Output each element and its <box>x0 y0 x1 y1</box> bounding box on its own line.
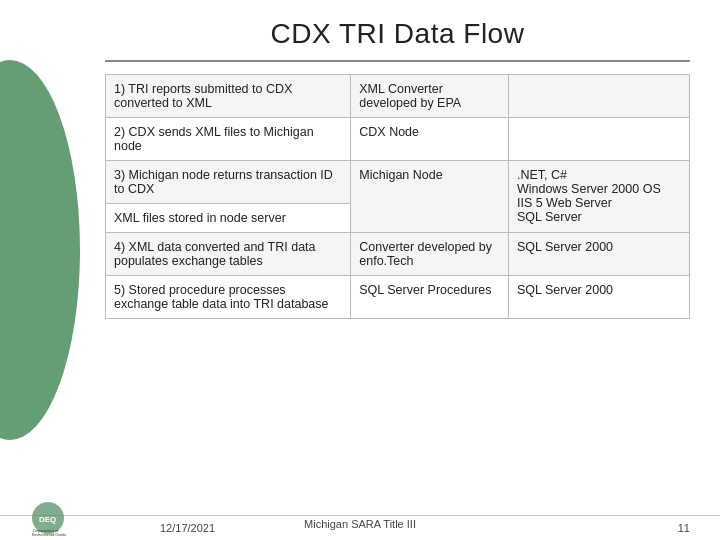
footer-page-number: 11 <box>678 522 690 534</box>
table-cell-col1: XML files stored in node server <box>106 204 351 233</box>
footer-bar: DEQ Department of Environmental Quality … <box>0 515 720 540</box>
table-cell-col3: SQL Server 2000 <box>508 233 689 276</box>
page-title: CDX TRI Data Flow <box>105 18 690 50</box>
table-row: 5) Stored procedure processes exchange t… <box>106 276 690 319</box>
svg-text:DEQ: DEQ <box>39 515 56 524</box>
footer-center-text: Michigan SARA Title III <box>304 518 416 530</box>
table-cell-col1: 3) Michigan node returns transaction ID … <box>106 161 351 204</box>
svg-text:Environmental Quality: Environmental Quality <box>32 533 66 536</box>
table-cell-col2: Michigan Node <box>351 161 509 233</box>
table-cell-col2: Converter developed by enfo.Tech <box>351 233 509 276</box>
table-cell-col3 <box>508 118 689 161</box>
table-cell-col2: SQL Server Procedures <box>351 276 509 319</box>
table-cell-col2: CDX Node <box>351 118 509 161</box>
table-row: 3) Michigan node returns transaction ID … <box>106 161 690 204</box>
table-cell-col1: 5) Stored procedure processes exchange t… <box>106 276 351 319</box>
title-divider <box>105 60 690 62</box>
table-cell-col3 <box>508 75 689 118</box>
table-cell-col2: XML Converter developed by EPA <box>351 75 509 118</box>
footer-date: 12/17/2021 <box>160 522 215 534</box>
table-row: 4) XML data converted and TRI data popul… <box>106 233 690 276</box>
deq-logo: DEQ Department of Environmental Quality <box>30 500 80 536</box>
table-cell-col1: 2) CDX sends XML files to Michigan node <box>106 118 351 161</box>
table-cell-col1: 4) XML data converted and TRI data popul… <box>106 233 351 276</box>
table-cell-col3: SQL Server 2000 <box>508 276 689 319</box>
table-row: 2) CDX sends XML files to Michigan nodeC… <box>106 118 690 161</box>
main-content: CDX TRI Data Flow 1) TRI reports submitt… <box>0 0 720 329</box>
table-row: 1) TRI reports submitted to CDX converte… <box>106 75 690 118</box>
table-cell-col3: .NET, C# Windows Server 2000 OS IIS 5 We… <box>508 161 689 233</box>
table-cell-col1: 1) TRI reports submitted to CDX converte… <box>106 75 351 118</box>
flow-table: 1) TRI reports submitted to CDX converte… <box>105 74 690 319</box>
